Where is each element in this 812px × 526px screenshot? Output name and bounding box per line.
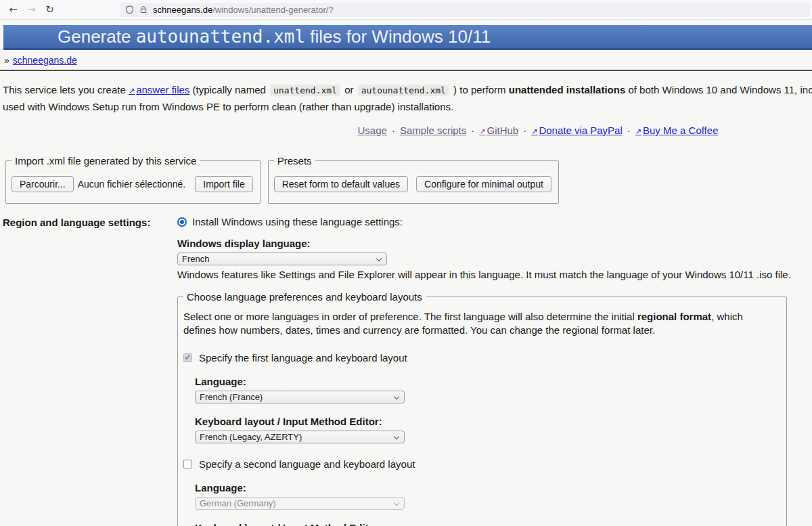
fieldset-row: Import .xml file generated by this servi… (5, 155, 812, 204)
keyboard-layout-label: Keyboard layout / Input Method Editor: (195, 522, 780, 526)
buy-coffee-link[interactable]: ↗Buy Me a Coffee (635, 125, 719, 136)
regional-format-bold: regional format (637, 311, 711, 322)
region-settings-content: Install Windows using these language set… (177, 216, 791, 526)
intro-paragraph: This service lets you create ↗answer fil… (3, 82, 812, 114)
page-banner: Generate autounattend.xml files for Wind… (3, 25, 812, 50)
page-title-post: files for Windows 10/11 (305, 26, 491, 47)
presets-fieldset-legend: Presets (274, 155, 315, 167)
display-language-value: French (182, 254, 209, 264)
intro-bold: unattended installations (509, 84, 626, 95)
language-label: Language: (195, 376, 780, 387)
language-preferences-fieldset: Choose language preferences and keyboard… (177, 291, 787, 526)
chevron-down-icon (394, 500, 399, 506)
breadcrumb: »schneegans.de (0, 50, 812, 71)
first-keyboard-select[interactable]: French (Legacy, AZERTY) (195, 431, 405, 443)
first-language-fields: Language: French (France) Keyboard layou… (195, 376, 780, 443)
install-language-radio-label: Install Windows using these language set… (192, 216, 403, 227)
dot-separator: · (627, 125, 631, 136)
display-language-block: Windows display language: French Windows… (177, 238, 791, 280)
first-language-section: Specify the first language and keyboard … (183, 352, 780, 443)
breadcrumb-marker: » (4, 55, 9, 66)
shield-icon[interactable] (125, 5, 134, 14)
page: Generate autounattend.xml files for Wind… (0, 25, 812, 526)
page-title: Generate autounattend.xml files for Wind… (58, 26, 491, 47)
presets-controls: Reset form to default values Configure f… (274, 176, 551, 192)
first-language-checkbox-row: Specify the first language and keyboard … (183, 352, 780, 364)
region-language-section: Region and language settings: Install Wi… (0, 216, 812, 526)
reload-icon[interactable]: ↻ (41, 1, 59, 18)
url-bar[interactable]: schneegans.de/windows/unattend-generator… (120, 3, 810, 17)
external-link-icon: ↗ (531, 127, 537, 135)
install-language-radio-row: Install Windows using these language set… (177, 216, 791, 227)
browser-toolbar: ← → ↻ schneegans.de/windows/unattend-gen… (0, 0, 812, 20)
import-controls: Parcourir... Aucun fichier sélectionné. … (12, 176, 253, 192)
browse-file-button[interactable]: Parcourir... (12, 176, 74, 192)
intro-line1: This service lets you create ↗answer fil… (3, 82, 812, 99)
chevron-down-icon (394, 434, 399, 439)
intro-line2: used with Windows Setup run from Windows… (3, 99, 812, 114)
dot-separator: · (523, 125, 526, 136)
lock-icon[interactable] (139, 5, 148, 14)
page-title-pre: Generate (58, 26, 136, 47)
external-link-icon: ↗ (635, 127, 641, 135)
minimal-output-button[interactable]: Configure for minimal output (416, 176, 551, 192)
dot-separator: · (471, 125, 474, 136)
url-text: schneegans.de/windows/unattend-generator… (153, 5, 334, 15)
sample-scripts-link[interactable]: Sample scripts (400, 125, 466, 136)
code-unattend: unattend.xml (270, 85, 340, 96)
first-keyboard-value: French (Legacy, AZERTY) (200, 432, 302, 442)
second-language-value: German (Germany) (200, 498, 276, 508)
reset-form-button[interactable]: Reset form to default values (274, 176, 408, 192)
first-language-checkbox-label: Specify the first language and keyboard … (199, 352, 407, 364)
keyboard-layout-label: Keyboard layout / Input Method Editor: (195, 416, 780, 427)
import-file-button[interactable]: Import file (195, 176, 252, 192)
second-language-section: Specify a second language and keyboard l… (183, 458, 780, 526)
second-language-checkbox[interactable] (183, 460, 192, 468)
language-preferences-intro: Select one or more languages in order of… (183, 310, 765, 337)
radio-dot (180, 220, 184, 224)
url-path: /windows/unattend-generator/? (212, 5, 334, 15)
intro-text: This service lets you create (3, 84, 129, 95)
second-language-select: German (Germany) (195, 497, 405, 510)
dot-separator: · (392, 125, 395, 136)
back-icon[interactable]: ← (4, 1, 22, 18)
first-language-checkbox (183, 353, 192, 362)
forward-icon[interactable]: → (22, 1, 41, 18)
import-fieldset-legend: Import .xml file generated by this servi… (12, 155, 200, 167)
display-language-select[interactable]: French (177, 253, 387, 265)
language-label: Language: (195, 482, 780, 494)
first-language-value: French (France) (200, 392, 263, 402)
donate-paypal-link[interactable]: ↗Donate via PayPal (531, 125, 623, 136)
import-fieldset: Import .xml file generated by this servi… (5, 155, 261, 204)
second-language-checkbox-row: Specify a second language and keyboard l… (183, 458, 780, 470)
first-language-select[interactable]: French (France) (195, 391, 405, 403)
nav-links: Usage·Sample scripts·↗GitHub·↗Donate via… (0, 125, 812, 136)
install-language-radio[interactable] (177, 217, 187, 227)
checkmark-icon (185, 354, 190, 360)
external-link-icon: ↗ (129, 87, 135, 95)
display-language-label: Windows display language: (177, 238, 311, 249)
url-domain: schneegans.de (153, 5, 212, 15)
presets-fieldset: Presets Reset form to default values Con… (268, 155, 559, 204)
language-preferences-legend: Choose language preferences and keyboard… (183, 291, 426, 303)
display-language-help: Windows features like Settings and File … (177, 269, 791, 280)
answer-files-link[interactable]: ↗answer files (129, 84, 189, 95)
breadcrumb-home-link[interactable]: schneegans.de (13, 55, 77, 66)
second-language-fields: Language: German (Germany) Keyboard layo… (195, 482, 780, 526)
usage-link[interactable]: Usage (358, 125, 387, 136)
page-title-code: autounattend.xml (136, 26, 305, 47)
github-link[interactable]: ↗GitHub (479, 125, 518, 136)
code-autounattend: autounattend.xml (358, 85, 449, 96)
no-file-selected-text: Aucun fichier sélectionné. (78, 179, 186, 190)
external-link-icon: ↗ (479, 127, 485, 135)
region-settings-label: Region and language settings: (0, 216, 177, 526)
second-language-checkbox-label: Specify a second language and keyboard l… (199, 458, 415, 470)
chevron-down-icon (376, 256, 382, 261)
chevron-down-icon (394, 394, 399, 399)
